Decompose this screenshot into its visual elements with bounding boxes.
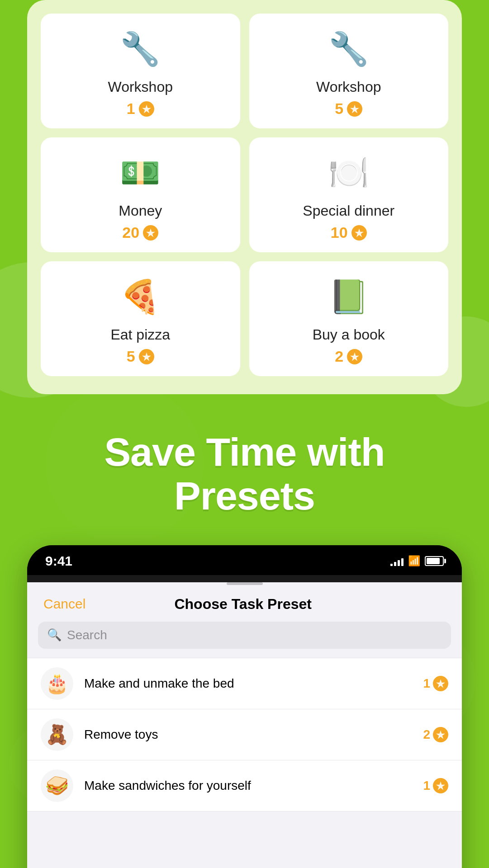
task-emoji: 🧸	[41, 718, 73, 751]
task-points: 1	[423, 778, 448, 793]
headline-line1: Save Time with	[104, 429, 385, 474]
reward-name: Buy a book	[313, 326, 385, 343]
reward-icon: 🔧	[118, 26, 163, 71]
reward-item-special10[interactable]: 🍽️ Special dinner 10	[249, 137, 449, 252]
reward-icon: 🍽️	[326, 150, 371, 195]
task-list: 🎂 Make and unmake the bed 1 🧸 Remove toy…	[27, 658, 462, 811]
reward-item-pizza5[interactable]: 🍕 Eat pizza 5	[41, 261, 240, 376]
task-emoji: 🎂	[41, 667, 73, 700]
star-icon	[433, 778, 448, 793]
search-input[interactable]: Search	[67, 628, 107, 642]
task-label: Make and unmake the bed	[84, 676, 412, 691]
search-icon: 🔍	[47, 628, 62, 642]
star-icon	[433, 727, 448, 742]
reward-name: Special dinner	[303, 203, 394, 219]
phone-screen: Cancel Choose Task Preset 🔍 Search 🎂 Mak…	[27, 582, 462, 868]
bottom-phone: 9:41 📶 Cancel Choose Task Preset	[27, 545, 462, 868]
signal-bar-4	[401, 558, 404, 566]
reward-icon: 🔧	[326, 26, 371, 71]
battery-icon	[425, 556, 444, 566]
reward-name: Workshop	[316, 79, 381, 95]
modal-header: Cancel Choose Task Preset	[27, 585, 462, 622]
star-icon	[139, 349, 154, 364]
cancel-button[interactable]: Cancel	[43, 596, 85, 612]
reward-points: 1	[127, 100, 154, 118]
top-phone-card: 🔧 Workshop 1 🔧 Workshop 5 💵 Money 20	[27, 0, 462, 394]
reward-item-money20[interactable]: 💵 Money 20	[41, 137, 240, 252]
battery-fill	[427, 558, 440, 564]
reward-points: 10	[331, 224, 367, 241]
task-emoji: 🥪	[41, 769, 73, 802]
status-bar: 9:41 📶	[27, 545, 462, 575]
star-icon	[139, 101, 154, 117]
modal-title: Choose Task Preset	[174, 596, 312, 613]
star-icon	[433, 676, 448, 691]
star-icon	[351, 225, 367, 241]
task-row-toys[interactable]: 🧸 Remove toys 2	[27, 709, 462, 760]
reward-item-workshop5[interactable]: 🔧 Workshop 5	[249, 14, 449, 128]
signal-bar-1	[390, 564, 393, 566]
reward-points: 2	[335, 348, 362, 365]
reward-item-book2[interactable]: 📗 Buy a book 2	[249, 261, 449, 376]
headline-section: Save Time with Presets	[0, 394, 489, 545]
reward-icon: 💵	[118, 150, 163, 195]
task-points: 2	[423, 727, 448, 742]
star-icon	[347, 101, 362, 117]
reward-item-workshop1[interactable]: 🔧 Workshop 1	[41, 14, 240, 128]
status-icons: 📶	[390, 555, 444, 567]
reward-points: 5	[335, 100, 362, 118]
reward-icon: 📗	[326, 274, 371, 319]
status-time: 9:41	[45, 553, 72, 569]
task-row-bed[interactable]: 🎂 Make and unmake the bed 1	[27, 658, 462, 709]
task-label: Remove toys	[84, 727, 412, 742]
reward-name: Money	[119, 203, 162, 219]
reward-points: 5	[127, 348, 154, 365]
star-icon	[143, 225, 158, 241]
reward-points: 20	[122, 224, 158, 241]
task-label: Make sandwiches for yourself	[84, 778, 412, 793]
task-row-sandwiches[interactable]: 🥪 Make sandwiches for yourself 1	[27, 760, 462, 811]
signal-bar-2	[394, 562, 396, 566]
reward-grid: 🔧 Workshop 1 🔧 Workshop 5 💵 Money 20	[41, 14, 448, 376]
task-points: 1	[423, 676, 448, 691]
reward-name: Eat pizza	[110, 326, 170, 343]
signal-bar-3	[398, 560, 400, 566]
headline-line2: Presets	[174, 473, 315, 518]
wifi-icon: 📶	[408, 555, 420, 567]
star-icon	[347, 349, 362, 364]
reward-icon: 🍕	[118, 274, 163, 319]
headline-text: Save Time with Presets	[27, 430, 462, 518]
search-bar[interactable]: 🔍 Search	[38, 622, 451, 649]
signal-bars-icon	[390, 556, 404, 566]
reward-name: Workshop	[108, 79, 173, 95]
